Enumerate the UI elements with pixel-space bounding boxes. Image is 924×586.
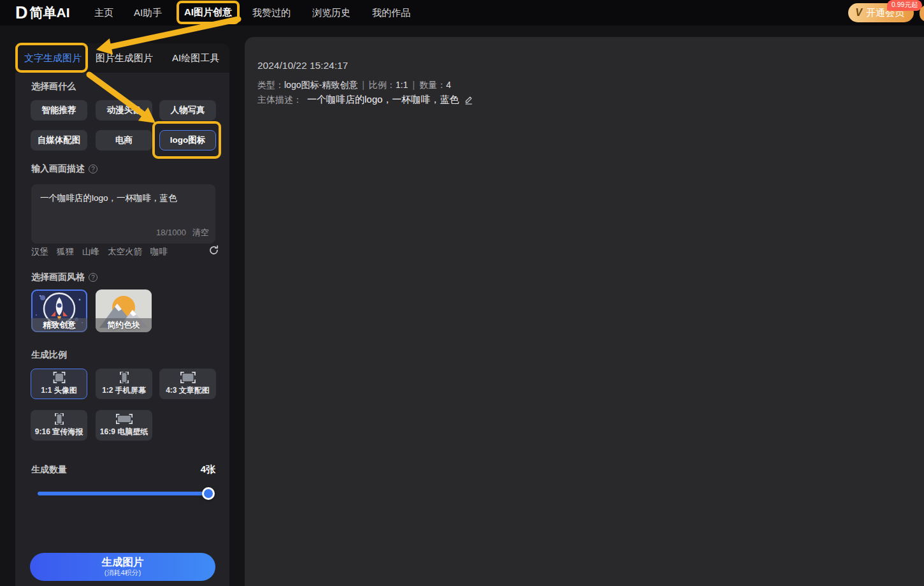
- section-title-what: 选择画什么: [31, 81, 76, 92]
- vip-crown-icon: V: [855, 7, 862, 18]
- annotation-box-nav: AI图片创意: [177, 1, 240, 24]
- clear-button[interactable]: 清空: [192, 228, 209, 237]
- aspect-1-2-icon: [116, 372, 133, 383]
- brand-logo[interactable]: D 简单AI: [15, 0, 70, 26]
- style-card-simple-blocks[interactable]: 简约色块: [96, 289, 152, 332]
- suggestion-tags: 汉堡 狐狸 山峰 太空火箭 咖啡: [31, 246, 203, 258]
- section-title-style: 选择画面风格 ?: [31, 272, 97, 283]
- suggestion-tag[interactable]: 狐狸: [57, 246, 74, 258]
- aspect-16-9-icon: [116, 413, 133, 425]
- category-logo-icon[interactable]: logo图标: [159, 130, 216, 150]
- suggestion-tag[interactable]: 咖啡: [150, 246, 168, 258]
- tab-ai-drawing-tools[interactable]: AI绘图工具: [172, 43, 219, 73]
- ratio-card-1-1[interactable]: 1:1 头像图: [31, 369, 87, 399]
- slider-track[interactable]: [38, 492, 210, 495]
- prompt-text: 一个咖啡店的logo，一杯咖啡，蓝色: [40, 193, 177, 203]
- results-panel: 2024/10/22 15:24:17 类型：logo图标-精致创意|比例：1:…: [245, 37, 924, 586]
- ratio-card-1-2[interactable]: 1:2 手机屏幕: [96, 369, 152, 399]
- vip-price-badge: 0.99元起: [887, 0, 922, 11]
- generation-count-slider[interactable]: [38, 487, 210, 500]
- count-row: 生成数量 4张: [31, 464, 215, 476]
- nav-item-ai-image-creation[interactable]: AI图片创意: [184, 6, 232, 18]
- count-label: 生成数量: [31, 464, 67, 476]
- sidebar-panel: 选择画什么 智能推荐 动漫头像 人物写真 自媒体配图 电商 logo图标 输入画…: [15, 73, 229, 586]
- nav-item-ai-assistant[interactable]: AI助手: [134, 0, 162, 26]
- suggestion-tag[interactable]: 太空火箭: [108, 246, 142, 258]
- slider-thumb[interactable]: [202, 487, 215, 500]
- category-ecommerce[interactable]: 电商: [96, 130, 152, 150]
- style-card-label: 简约色块: [96, 318, 152, 332]
- top-nav-bar: D 简单AI 主页 AI助手 AI图片创意 我赞过的 浏览历史 我的作品 V 开…: [0, 0, 924, 26]
- aspect-9-16-icon: [51, 413, 68, 425]
- nav-item-my-works[interactable]: 我的作品: [372, 0, 410, 26]
- help-icon[interactable]: ?: [89, 273, 97, 282]
- nav-item-home[interactable]: 主页: [94, 0, 113, 26]
- help-icon[interactable]: ?: [89, 165, 97, 173]
- nav-item-liked[interactable]: 我赞过的: [252, 0, 291, 26]
- category-portrait[interactable]: 人物写真: [159, 100, 216, 121]
- section-title-ratio: 生成比例: [31, 349, 67, 361]
- ratio-card-4-3[interactable]: 4:3 文章配图: [159, 369, 216, 399]
- ratio-card-16-9[interactable]: 16:9 电脑壁纸: [96, 410, 152, 441]
- refresh-icon[interactable]: [208, 245, 219, 256]
- nav-item-history[interactable]: 浏览历史: [312, 0, 350, 26]
- category-smart-recommend[interactable]: 智能推荐: [31, 100, 87, 121]
- suggestion-tag[interactable]: 山峰: [82, 246, 99, 258]
- count-value: 4张: [201, 464, 215, 476]
- tab-image-to-image[interactable]: 图片生成图片: [96, 43, 153, 73]
- logo-mark: D: [15, 3, 27, 23]
- section-title-prompt: 输入画面描述 ?: [31, 163, 97, 175]
- suggestion-tag[interactable]: 汉堡: [31, 246, 48, 258]
- generate-button[interactable]: 生成图片 (消耗4积分): [30, 553, 215, 581]
- category-anime-avatar[interactable]: 动漫头像: [96, 100, 152, 121]
- prompt-textarea[interactable]: 一个咖啡店的logo，一杯咖啡，蓝色 18/1000清空: [31, 184, 215, 244]
- aspect-1-1-icon: [51, 372, 68, 383]
- style-card-label: 精致创意: [31, 318, 87, 332]
- style-card-fine-creative[interactable]: 精致创意: [31, 289, 87, 332]
- ratio-card-9-16[interactable]: 9:16 宣传海报: [31, 410, 87, 441]
- app-root: D 简单AI 主页 AI助手 AI图片创意 我赞过的 浏览历史 我的作品 V 开…: [0, 0, 924, 586]
- char-counter: 18/1000清空: [156, 226, 209, 239]
- edit-icon[interactable]: [464, 95, 473, 105]
- result-timestamp: 2024/10/22 15:24:17: [257, 60, 348, 71]
- result-meta: 类型：logo图标-精致创意|比例：1:1|数量：4: [257, 80, 451, 91]
- sidebar-tab-strip: 文字生成图片 图片生成图片 AI绘图工具: [15, 43, 229, 73]
- category-media-image[interactable]: 自媒体配图: [31, 130, 87, 150]
- tab-text-to-image[interactable]: 文字生成图片: [24, 43, 82, 73]
- aspect-4-3-icon: [180, 372, 196, 383]
- logo-text: 简单AI: [30, 4, 70, 22]
- result-description: 主体描述： 一个咖啡店的logo，一杯咖啡，蓝色: [257, 94, 473, 106]
